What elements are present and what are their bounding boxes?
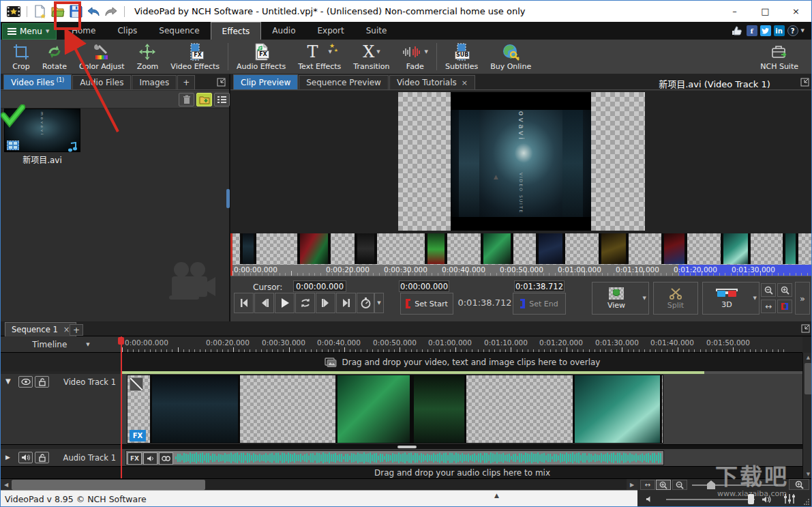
scroll-up-button[interactable]: ▲ <box>803 353 812 362</box>
facebook-icon[interactable]: f <box>747 25 757 36</box>
step-forward-button[interactable] <box>316 293 335 313</box>
text-effects-button[interactable]: T ★ ★ ▼ Text Effects <box>292 40 347 74</box>
tab-sequence-1[interactable]: Sequence 1 × <box>5 322 76 336</box>
end-time-field[interactable]: 0:01:38.712 <box>514 280 565 292</box>
go-to-start-button[interactable] <box>234 293 254 313</box>
scroll-down-button[interactable]: ▼ <box>803 469 812 478</box>
split-button[interactable]: Split <box>653 282 698 315</box>
zoom-selection-button[interactable] <box>777 300 792 313</box>
video-track-lane[interactable]: FX × <box>122 374 802 445</box>
vscroll-thumb[interactable] <box>805 363 812 394</box>
volume-slider[interactable] <box>666 499 755 500</box>
track-mute-button[interactable] <box>18 452 33 463</box>
delete-clip-button[interactable] <box>179 93 194 106</box>
tab-suite[interactable]: Suite <box>355 22 398 40</box>
threed-dropdown-icon[interactable]: ▼ <box>753 295 757 301</box>
timeline-playhead-head[interactable] <box>118 337 124 345</box>
timeline-ruler[interactable]: 0:00:00.0000:00:20.0000:00:30.0000:00:40… <box>122 336 802 353</box>
timeline-zoom-slider-thumb[interactable] <box>707 480 715 489</box>
subtitles-button[interactable]: SUB Subtitles <box>439 40 484 74</box>
open-project-button[interactable] <box>50 4 65 19</box>
timeline-mode-dropdown[interactable]: Timeline ▼ <box>1 336 122 353</box>
menu-button[interactable]: Menu ▼ <box>2 23 57 40</box>
mini-scroll-thumb[interactable] <box>397 446 417 448</box>
help-icon[interactable]: ? <box>787 25 798 36</box>
video-clip[interactable]: FX × <box>127 375 663 444</box>
tab-sequence-preview[interactable]: Sequence Preview <box>299 75 389 89</box>
crop-button[interactable]: Crop <box>6 40 36 74</box>
preview-zoom-in-button[interactable] <box>777 283 792 297</box>
resize-grip[interactable] <box>803 498 810 505</box>
preview-zoom-out-button[interactable] <box>761 283 776 297</box>
tab-audio[interactable]: Audio <box>261 22 306 40</box>
tab-add-bin[interactable]: + <box>177 75 195 89</box>
panel-collapse-arrow[interactable]: ▲ <box>494 492 499 499</box>
preroll-button[interactable] <box>357 293 374 313</box>
tab-export[interactable]: Export <box>306 22 355 40</box>
audio-link-badge[interactable] <box>159 452 173 465</box>
trim-start-marker[interactable] <box>230 233 232 276</box>
timeline-zoom-in-button[interactable] <box>789 479 809 490</box>
tab-home[interactable]: Home <box>61 22 106 40</box>
threed-button[interactable]: 3D ▼ <box>702 282 760 315</box>
track-lock-button[interactable] <box>35 376 49 388</box>
tab-images[interactable]: Images <box>132 75 177 89</box>
timeline-playhead[interactable] <box>121 336 122 478</box>
timeline-zoom-slider[interactable] <box>692 484 778 486</box>
view-dropdown-icon[interactable]: ▼ <box>643 295 646 301</box>
timeline-zoom-out-button[interactable] <box>672 480 687 490</box>
collapse-track-icon[interactable]: ▼ <box>5 377 11 385</box>
audio-fx-badge[interactable]: FX <box>127 452 142 465</box>
audio-track-lane[interactable]: FX <box>122 449 802 467</box>
view-button[interactable]: View ▼ <box>592 282 649 315</box>
cursor-time-field[interactable]: 0:00:00.000 <box>293 280 346 292</box>
hscroll-thumb[interactable] <box>12 480 205 490</box>
fit-width-button[interactable]: ↔ <box>761 300 776 313</box>
add-sequence-tab[interactable]: + <box>70 324 83 336</box>
panel-collapse-indicator[interactable]: ▲ <box>494 173 498 180</box>
rotate-button[interactable]: Rotate <box>36 40 73 74</box>
save-project-button[interactable] <box>68 4 83 19</box>
set-start-button[interactable]: Set Start <box>400 293 453 315</box>
panel-splitter-handle[interactable] <box>226 189 230 208</box>
color-adjust-button[interactable]: Color Adjust <box>73 40 131 74</box>
undock-panel-icon[interactable] <box>799 76 811 87</box>
scroll-right-button[interactable]: ▶ <box>627 479 637 491</box>
transition-button[interactable]: X▼ Transition <box>347 40 395 74</box>
undock-panel-icon[interactable] <box>215 76 227 87</box>
tab-close-icon[interactable]: × <box>462 78 468 87</box>
maximize-button[interactable]: □ <box>750 1 781 22</box>
tab-video-files[interactable]: Video Files (1) <box>3 74 72 89</box>
like-icon[interactable] <box>730 25 742 37</box>
zoom-button[interactable]: Zoom <box>131 40 165 74</box>
audio-clip[interactable]: FX <box>125 450 664 465</box>
redo-button[interactable] <box>104 4 119 19</box>
minimize-button[interactable]: – <box>719 1 750 22</box>
expand-track-icon[interactable]: ▶ <box>5 454 10 461</box>
video-effects-button[interactable]: FX Video Effects <box>164 40 226 74</box>
linkedin-icon[interactable]: in <box>774 25 785 36</box>
add-files-button[interactable] <box>196 93 212 106</box>
nch-suite-button[interactable]: NCH Suite <box>754 40 805 74</box>
tab-video-tutorials[interactable]: Video Tutorials× <box>389 75 475 89</box>
scroll-left-button[interactable]: ◀ <box>1 479 12 491</box>
go-to-end-button[interactable] <box>336 293 356 313</box>
fade-button[interactable]: ▼ Fade <box>396 40 434 74</box>
tab-audio-files[interactable]: Audio Files <box>72 75 131 89</box>
start-time-field[interactable]: 0:00:00.000 <box>399 280 449 292</box>
audio-effects-button[interactable]: FX Audio Effects <box>230 40 292 74</box>
tab-sequence[interactable]: Sequence <box>148 22 210 40</box>
zoom-selection-button[interactable] <box>656 480 671 490</box>
track-lock-button[interactable] <box>35 452 49 463</box>
tab-close-icon[interactable]: × <box>63 325 70 334</box>
new-project-button[interactable] <box>33 4 48 19</box>
loop-button[interactable] <box>295 293 315 313</box>
fit-timeline-button[interactable]: ↔ <box>640 480 655 490</box>
set-end-button[interactable]: Set End <box>513 293 566 315</box>
undo-button[interactable] <box>86 4 101 19</box>
undock-panel-icon[interactable] <box>800 323 811 334</box>
overlay-track-hint-row[interactable]: Drag and drop your video, text and image… <box>122 353 802 371</box>
help-dropdown-icon[interactable]: ▼ <box>801 28 805 33</box>
play-button[interactable] <box>275 293 295 313</box>
timeline-horizontal-scrollbar[interactable]: ◀ ▶ ↔ <box>1 478 812 490</box>
